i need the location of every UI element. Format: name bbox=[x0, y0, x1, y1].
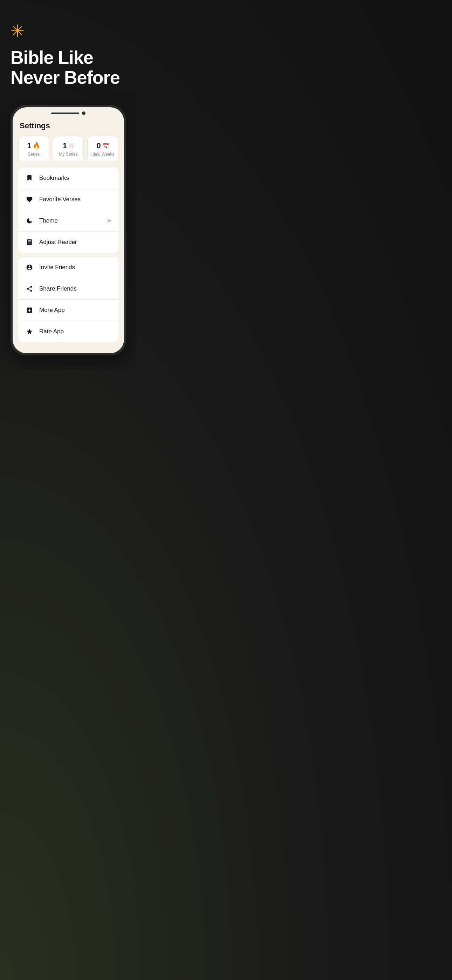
page-content: ✳ Bible Like Never Before Settings 1 bbox=[0, 0, 137, 369]
settings-title: Settings bbox=[13, 118, 124, 136]
stat-number-ideal-weeks: 0 bbox=[97, 141, 101, 150]
menu-item-theme[interactable]: Theme ☀ bbox=[18, 210, 118, 232]
star-outline-icon: ☆ bbox=[68, 142, 74, 150]
notch-pill bbox=[51, 113, 79, 114]
flame-icon: 🔥 bbox=[33, 142, 40, 150]
favorite-verses-label: Favorite Verses bbox=[39, 196, 112, 203]
share-box-icon bbox=[24, 284, 34, 294]
book-icon bbox=[24, 237, 34, 247]
menu-item-more-app[interactable]: More App bbox=[18, 300, 118, 321]
menu-item-adjust-reader[interactable]: Adjust Reader bbox=[18, 232, 118, 253]
stat-number-my-series: 1 bbox=[63, 141, 67, 150]
menu-item-favorite-verses[interactable]: Favorite Verses bbox=[18, 189, 118, 210]
stat-label-my-series: My Series bbox=[57, 152, 80, 157]
sun-icon: ☀ bbox=[106, 216, 112, 225]
menu-item-rate-app[interactable]: Rate App bbox=[18, 321, 118, 342]
invite-friends-label: Invite Friends bbox=[39, 264, 112, 271]
stat-card-ideal-weeks[interactable]: 0 📅 Ideal Weeks bbox=[87, 136, 118, 162]
stat-label-ideal-weeks: Ideal Weeks bbox=[91, 152, 115, 157]
notch-dot bbox=[82, 111, 86, 115]
hero-title: Bible Like Never Before bbox=[11, 48, 126, 88]
person-circle-icon bbox=[24, 262, 34, 272]
phone-notch bbox=[13, 107, 124, 118]
star-solid-icon bbox=[24, 327, 34, 336]
app-logo-icon: ✳ bbox=[11, 21, 24, 41]
menu-section-1: Bookmarks Favorite Verses bbox=[18, 167, 118, 253]
stat-number-series: 1 bbox=[27, 141, 31, 150]
stats-row: 1 🔥 Series 1 ☆ My Series bbox=[13, 136, 124, 167]
bookmarks-label: Bookmarks bbox=[39, 175, 112, 181]
menu-item-bookmarks[interactable]: Bookmarks bbox=[18, 167, 118, 189]
stat-card-series[interactable]: 1 🔥 Series bbox=[18, 136, 49, 162]
more-app-label: More App bbox=[39, 307, 112, 314]
settings-content: Settings 1 🔥 Series 1 ☆ bbox=[13, 118, 124, 353]
menu-item-invite-friends[interactable]: Invite Friends bbox=[18, 257, 118, 278]
phone-mockup: Settings 1 🔥 Series 1 ☆ bbox=[11, 105, 126, 355]
calendar-icon: 📅 bbox=[102, 143, 109, 149]
stat-card-my-series[interactable]: 1 ☆ My Series bbox=[53, 136, 84, 162]
menu-section-2: Invite Friends Share Friends bbox=[18, 257, 118, 342]
bookmark-icon bbox=[24, 173, 34, 183]
heart-icon bbox=[24, 194, 34, 204]
app-logo: ✳ bbox=[11, 21, 126, 41]
phone-inner: Settings 1 🔥 Series 1 ☆ bbox=[13, 107, 124, 353]
adjust-reader-label: Adjust Reader bbox=[39, 239, 112, 246]
plus-box-icon bbox=[24, 305, 34, 315]
menu-item-share-friends[interactable]: Share Friends bbox=[18, 278, 118, 300]
share-friends-label: Share Friends bbox=[39, 285, 112, 292]
theme-label: Theme bbox=[39, 217, 106, 224]
stat-label-series: Series bbox=[22, 152, 46, 157]
rate-app-label: Rate App bbox=[39, 328, 112, 335]
moon-icon bbox=[24, 216, 34, 226]
